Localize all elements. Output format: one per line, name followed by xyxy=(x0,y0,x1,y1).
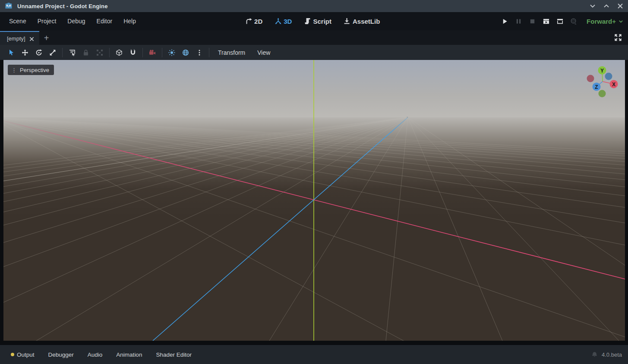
playback-controls: Forward+ xyxy=(499,12,624,30)
close-icon[interactable] xyxy=(29,36,34,41)
stop-icon xyxy=(529,18,536,25)
godot-editor-window: Unnamed Project - Godot Engine SceneProj… xyxy=(0,0,628,364)
panel-animation-button[interactable]: Animation xyxy=(111,349,147,361)
menu-help[interactable]: Help xyxy=(118,15,142,27)
play-button[interactable] xyxy=(499,16,510,26)
2d-icon xyxy=(245,18,252,25)
group-selected-button-button xyxy=(93,47,107,58)
panel-shader-editor-button[interactable]: Shader Editor xyxy=(151,349,196,361)
toolbar-tools xyxy=(4,47,212,58)
menu-editor[interactable]: Editor xyxy=(91,15,118,27)
move-tool-button[interactable] xyxy=(18,47,32,58)
title-bar: Unnamed Project - Godot Engine xyxy=(0,0,628,12)
panel-debugger-button[interactable]: Debugger xyxy=(44,349,79,361)
viewport-origin-axes xyxy=(3,60,625,341)
preview-sun-toggle-button[interactable] xyxy=(165,47,179,58)
projection-menu-button[interactable]: ⋮ Perspective xyxy=(8,65,54,75)
renderer-select[interactable]: Forward+ xyxy=(587,18,624,25)
notification-bell-icon[interactable] xyxy=(591,351,598,358)
close-button[interactable] xyxy=(617,3,624,9)
preview-environment-toggle-button[interactable] xyxy=(179,47,193,58)
list-select-tool-button[interactable] xyxy=(65,47,79,58)
gizmo-x-positive[interactable]: X xyxy=(610,80,618,88)
panel-label: Audio xyxy=(88,351,103,358)
scale-icon xyxy=(49,49,56,56)
window-title: Unnamed Project - Godot Engine xyxy=(17,3,108,9)
dots-vertical-icon: ⋮ xyxy=(11,67,17,73)
movie-maker-button xyxy=(568,16,579,26)
viewport-3d[interactable]: ⋮ Perspective YXZ xyxy=(3,60,625,341)
scene-tab-label: [empty] xyxy=(7,35,25,42)
context-2d-button[interactable]: 2D xyxy=(241,16,266,27)
version-label: 4.0.beta xyxy=(602,351,622,358)
toolbar-separator xyxy=(142,48,143,57)
context-label: AssetLib xyxy=(353,18,380,25)
toolbar-separator xyxy=(109,48,110,57)
camera-preview-toggle-button[interactable] xyxy=(145,47,159,58)
toolbar-menus: TransformView xyxy=(212,47,276,59)
panel-audio-button[interactable]: Audio xyxy=(83,349,107,361)
group-icon xyxy=(96,49,103,56)
stop-button xyxy=(527,16,537,26)
select-icon xyxy=(8,49,15,56)
gizmo-z-positive[interactable]: Z xyxy=(593,83,601,91)
dots-icon xyxy=(196,49,203,56)
pause-button xyxy=(513,16,524,26)
snap-toggle-button[interactable] xyxy=(126,47,140,58)
list-select-icon xyxy=(69,49,76,56)
move-icon xyxy=(22,49,28,56)
globe-icon xyxy=(182,49,189,56)
rotate-tool-button[interactable] xyxy=(32,47,46,58)
context-label: Script xyxy=(313,18,331,25)
sun-environment-options-button-button[interactable] xyxy=(193,47,206,58)
chevron-down-icon xyxy=(618,19,624,24)
3d-icon xyxy=(275,18,281,25)
lock-selected-button-button xyxy=(79,47,93,58)
bottom-panels: OutputDebuggerAudioAnimationShader Edito… xyxy=(6,349,196,361)
panel-output-button[interactable]: Output xyxy=(6,349,39,361)
local-space-toggle-button[interactable] xyxy=(112,47,126,58)
movie-maker-icon xyxy=(571,18,577,25)
menu-debug[interactable]: Debug xyxy=(62,15,91,27)
play-icon xyxy=(502,18,508,25)
play-custom-scene-icon xyxy=(557,18,563,25)
context-assetlib-button[interactable]: AssetLib xyxy=(340,16,384,27)
scale-tool-button[interactable] xyxy=(46,47,60,58)
minimize-button[interactable] xyxy=(589,3,596,9)
toolbar-separator xyxy=(209,48,209,57)
svg-text:Z: Z xyxy=(595,84,598,90)
gizmo-x-negative[interactable] xyxy=(587,75,594,82)
distraction-free-mode-icon[interactable] xyxy=(614,34,622,41)
maximize-button[interactable] xyxy=(603,3,610,9)
svg-text:Y: Y xyxy=(600,68,604,74)
renderer-label: Forward+ xyxy=(587,18,616,25)
gizmo-z-negative[interactable] xyxy=(605,73,612,80)
context-switcher: 2D3DScriptAssetLib xyxy=(241,12,384,30)
godot-logo-icon xyxy=(4,2,13,10)
context-script-button[interactable]: Script xyxy=(300,16,335,27)
menu-project[interactable]: Project xyxy=(32,15,62,27)
select-tool-button[interactable] xyxy=(4,47,18,58)
window-controls xyxy=(589,3,624,9)
main-menus: SceneProjectDebugEditorHelp xyxy=(0,15,142,27)
panel-label: Debugger xyxy=(48,351,74,358)
toolbar-separator xyxy=(62,48,63,57)
context-label: 2D xyxy=(254,18,262,25)
menu-scene[interactable]: Scene xyxy=(3,15,32,27)
play-scene-button[interactable] xyxy=(541,16,551,26)
add-scene-tab-button[interactable]: + xyxy=(39,31,54,45)
rotate-icon xyxy=(35,49,42,56)
panel-label: Animation xyxy=(116,351,142,358)
projection-label: Perspective xyxy=(20,67,49,73)
scene-tab-empty[interactable]: [empty] xyxy=(0,31,39,45)
gizmo-y-negative[interactable] xyxy=(599,90,606,97)
magnet-icon xyxy=(129,49,136,56)
view-axis-gizmo[interactable]: YXZ xyxy=(583,63,623,102)
camera-icon xyxy=(149,49,156,56)
gizmo-y-positive[interactable]: Y xyxy=(598,66,606,75)
toolbar-menu-transform[interactable]: Transform xyxy=(212,47,251,59)
context-3d-button[interactable]: 3D xyxy=(271,16,296,27)
play-custom-scene-button[interactable] xyxy=(555,16,565,26)
toolbar-menu-view[interactable]: View xyxy=(251,47,276,59)
assetlib-icon xyxy=(344,18,350,25)
